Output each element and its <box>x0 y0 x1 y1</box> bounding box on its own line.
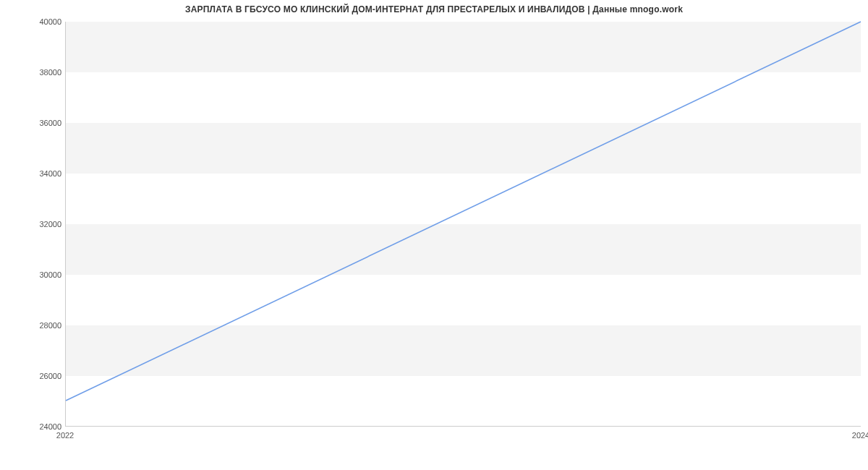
y-tick-label: 32000 <box>4 220 61 228</box>
x-tick-label: 2024 <box>852 431 868 440</box>
y-tick-label: 36000 <box>4 119 61 127</box>
y-tick-label: 26000 <box>4 372 61 380</box>
plot-area <box>65 22 861 427</box>
y-tick-label: 34000 <box>4 169 61 178</box>
y-tick-label: 28000 <box>4 321 61 330</box>
y-tick-label: 40000 <box>4 17 61 26</box>
chart-container: ЗАРПЛАТА В ГБСУСО МО КЛИНСКИЙ ДОМ-ИНТЕРН… <box>0 0 868 470</box>
line-series <box>66 22 861 426</box>
chart-title: ЗАРПЛАТА В ГБСУСО МО КЛИНСКИЙ ДОМ-ИНТЕРН… <box>0 4 868 14</box>
y-tick-label: 30000 <box>4 270 61 279</box>
data-line <box>66 22 861 401</box>
x-tick-label: 2022 <box>56 431 74 440</box>
y-tick-label: 38000 <box>4 68 61 77</box>
y-tick-label: 24000 <box>4 422 61 431</box>
